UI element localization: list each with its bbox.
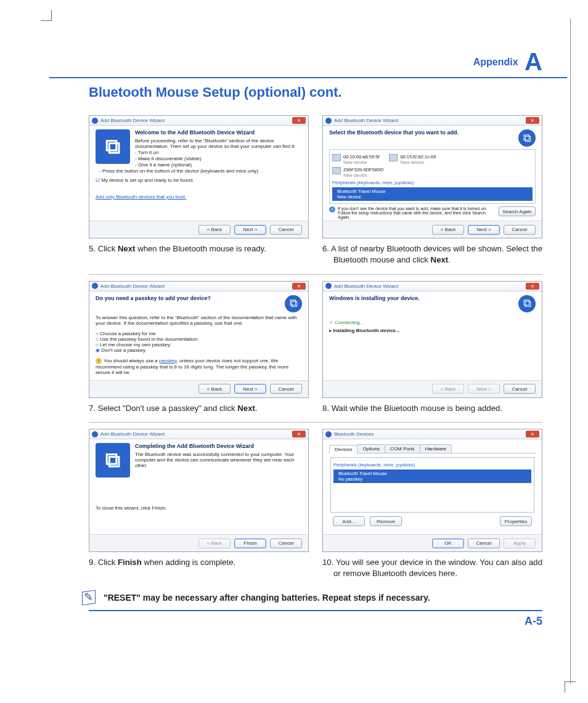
appendix-letter: A [525,48,542,75]
cancel-button[interactable]: Cancel [504,384,536,394]
window-title: Add Bluetooth Device Wizard [100,283,165,289]
remove-button[interactable]: Remove [370,516,402,526]
tab-hardware[interactable]: Hardware [420,444,452,453]
device-icon [389,154,398,161]
passkey-radio-auto[interactable]: Choose a passkey for me [96,331,302,336]
next-button[interactable]: Next > [234,225,266,235]
back-button[interactable]: < Back [432,225,464,235]
device-icon [332,167,341,174]
cancel-button[interactable]: Cancel [504,225,536,235]
cancel-button[interactable]: Cancel [270,384,302,394]
next-button[interactable]: Next > [234,384,266,394]
wizard-bullet: - Press the button on the bottom of the … [99,168,302,174]
device-item-selected[interactable]: Bluetooth Travel MouseNo passkey [333,469,531,483]
back-button[interactable]: < Back [198,225,231,235]
window-title: Add Bluetooth Device Wizard [100,431,165,437]
status-installing: ▸ Installing Bluetooth device... [329,328,536,333]
passkey-radio-own[interactable]: Let me choose my own passkey: [96,342,302,347]
tab-comports[interactable]: COM Ports [385,444,420,453]
caption-step6: 6. A list of nearby Bluetooth devices wi… [322,243,542,266]
bluetooth-icon [325,431,332,437]
device-item[interactable]: 00:15:f2:82:1c:69New device [389,154,436,165]
device-item[interactable]: 00:10:60:a8:59:5fNew device [332,154,379,165]
wizard-heading: Windows is installing your device. [329,295,518,310]
close-icon[interactable]: ✕ [526,283,539,290]
info-icon: i [329,206,335,213]
tab-devices[interactable]: Devices [329,445,357,453]
bluetooth-icon [92,431,98,437]
trust-link[interactable]: Add only Bluetooth devices that you trus… [96,194,186,200]
category-label: Peripherals (keyboards, mice, joysticks) [332,180,533,185]
back-button: < Back [432,384,464,394]
bluetooth-icon [325,283,332,289]
passkey-radio-doc[interactable]: Use the passkey found in the documentati… [96,336,302,342]
status-connecting: ✓ Connecting... [329,320,536,325]
cancel-button[interactable]: Cancel [270,538,302,548]
next-button: Next > [468,384,500,394]
bluetooth-icon [325,118,332,124]
close-icon[interactable]: ✕ [526,117,539,124]
page-number: A-5 [49,615,542,628]
bluetooth-logo: ⧉ [96,129,130,164]
next-button[interactable]: Next > [468,225,500,235]
apply-button: Apply [504,538,536,548]
appendix-label: Appendix [473,57,518,67]
bluetooth-icon: ⧉ [518,129,536,147]
wizard-close-text: To close this wizard, click Finish. [96,505,302,511]
close-icon[interactable]: ✕ [292,431,306,437]
info-text: If you don't see the device that you wan… [338,206,496,219]
wizard-bullet: - Give it a name (optional) [99,162,302,168]
back-button[interactable]: < Back [198,384,231,394]
bluetooth-icon [92,118,98,124]
caption-step9: 9. Click Finish when adding is complete. [89,557,309,568]
window-title: Bluetooth Devices [334,431,374,437]
warning-icon: ! [96,358,102,364]
window-title: Add Bluetooth Device Wizard [334,118,398,123]
caption-step5: 5. Click Next when the Bluetooth mouse i… [89,243,309,254]
close-icon[interactable]: ✕ [526,431,539,437]
back-button: < Back [198,538,231,548]
bluetooth-logo: ⧉ [96,443,130,477]
passkey-radio-none[interactable]: Don't use a passkey [96,347,302,353]
bluetooth-icon: ⧉ [518,295,536,312]
passkey-link[interactable]: passkey [159,358,177,364]
device-icon [332,154,341,161]
bluetooth-icon: ⧉ [285,295,302,312]
screenshot-step10: Bluetooth Devices✕ Devices Options COM P… [322,429,542,552]
caption-step10: 10. You will see your device in the wind… [322,557,542,579]
add-button[interactable]: Add... [333,516,365,526]
category-label: Peripherals (keyboards, mice, joysticks) [333,462,531,468]
screenshot-step5: Add Bluetooth Device Wizard✕ ⧉ Welcome t… [89,115,309,238]
cancel-button[interactable]: Cancel [468,538,500,548]
passkey-intro: To answer this question, refer to the "B… [96,315,302,326]
page-header: Appendix A [49,48,567,78]
finish-button[interactable]: Finish [234,538,266,548]
caption-step7: 7. Select "Don't use a passkey" and clic… [89,403,309,414]
screenshot-step8: Add Bluetooth Device Wizard✕ Windows is … [322,281,542,398]
ok-button[interactable]: OK [432,538,464,548]
window-title: Add Bluetooth Device Wizard [100,118,165,123]
device-item[interactable]: Z96F329-9DF5A5DNew device [332,167,383,178]
search-again-button[interactable]: Search Again [499,206,536,216]
window-title: Add Bluetooth Device Wizard [334,283,398,289]
close-icon[interactable]: ✕ [292,283,306,290]
screenshot-step7: Add Bluetooth Device Wizard✕ Do you need… [89,281,309,398]
note-text: "RESET" may be necessary after changing … [104,593,430,603]
bluetooth-icon [92,283,98,289]
caption-step8: 8. Wait while the Bluetooth mouse is bei… [322,403,542,414]
ready-checkbox[interactable]: My device is set up and ready to be foun… [96,177,302,183]
close-icon[interactable]: ✕ [292,117,306,124]
wizard-heading: Do you need a passkey to add your device… [96,295,285,310]
cancel-button[interactable]: Cancel [270,225,302,235]
wizard-heading: Select the Bluetooth device that you wan… [329,129,518,144]
page-title: Bluetooth Mouse Setup (optional) cont. [89,84,567,100]
screenshot-step6: Add Bluetooth Device Wizard✕ Select the … [322,115,542,238]
device-item-selected[interactable]: Bluetooth Travel MouseNew device [332,187,533,201]
note-icon [80,589,97,606]
properties-button[interactable]: Properties [500,516,532,526]
passkey-warning: You should always use a passkey, unless … [96,358,288,375]
screenshot-step9: Add Bluetooth Device Wizard✕ ⧉ Completin… [89,429,309,552]
tab-options[interactable]: Options [357,444,385,453]
